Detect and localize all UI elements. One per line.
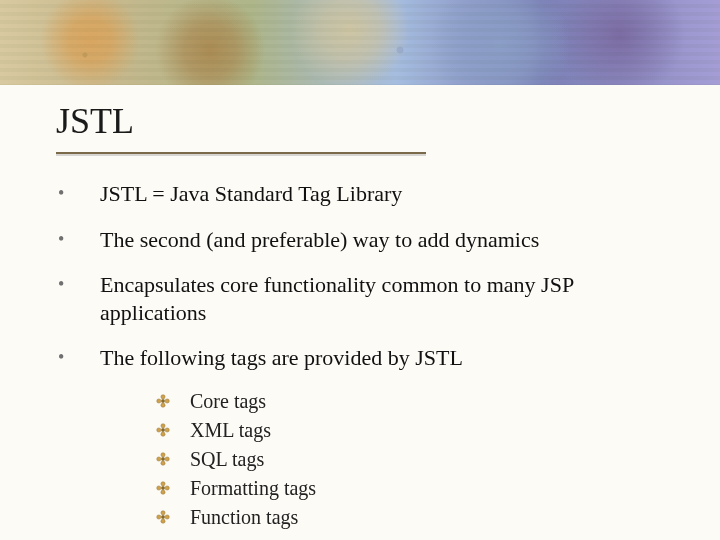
svg-point-5 (161, 424, 165, 428)
bullet-dot-icon: • (56, 344, 100, 370)
svg-point-24 (161, 515, 164, 518)
bullet-item: • The following tags are provided by JST… (56, 344, 680, 372)
sub-list: Core tags XML tags SQL tags Formatting t… (156, 390, 680, 529)
svg-point-8 (165, 428, 169, 432)
svg-point-18 (165, 486, 169, 490)
bullet-dot-icon: • (56, 226, 100, 252)
bullet-dot-icon: • (56, 180, 100, 206)
bullet-text: The following tags are provided by JSTL (100, 344, 680, 372)
sub-bullet-text: Core tags (190, 390, 266, 413)
svg-point-0 (161, 395, 165, 399)
flower-bullet-icon (156, 510, 190, 524)
svg-point-19 (161, 486, 164, 489)
svg-point-15 (161, 482, 165, 486)
svg-point-12 (157, 457, 161, 461)
svg-point-7 (157, 428, 161, 432)
bullet-dot-icon: • (56, 271, 100, 297)
svg-point-10 (161, 453, 165, 457)
sub-bullet-item: Core tags (156, 390, 680, 413)
slide-body: • JSTL = Java Standard Tag Library • The… (56, 180, 680, 535)
sub-bullet-text: Function tags (190, 506, 298, 529)
sub-bullet-item: SQL tags (156, 448, 680, 471)
flower-bullet-icon (156, 394, 190, 408)
svg-point-3 (165, 399, 169, 403)
flower-bullet-icon (156, 452, 190, 466)
flower-bullet-icon (156, 423, 190, 437)
sub-bullet-item: Function tags (156, 506, 680, 529)
svg-point-20 (161, 511, 165, 515)
svg-point-2 (157, 399, 161, 403)
sub-bullet-text: XML tags (190, 419, 271, 442)
bullet-item: • The second (and preferable) way to add… (56, 226, 680, 254)
sub-bullet-item: XML tags (156, 419, 680, 442)
flower-bullet-icon (156, 481, 190, 495)
bullet-text: The second (and preferable) way to add d… (100, 226, 680, 254)
svg-point-22 (157, 515, 161, 519)
svg-point-23 (165, 515, 169, 519)
svg-point-21 (161, 519, 165, 523)
svg-point-17 (157, 486, 161, 490)
svg-point-11 (161, 461, 165, 465)
bullet-item: • JSTL = Java Standard Tag Library (56, 180, 680, 208)
sub-bullet-item: Formatting tags (156, 477, 680, 500)
title-underline (56, 152, 426, 154)
svg-point-13 (165, 457, 169, 461)
slide-title: JSTL (56, 100, 134, 142)
svg-point-6 (161, 432, 165, 436)
bullet-text: JSTL = Java Standard Tag Library (100, 180, 680, 208)
decorative-banner (0, 0, 720, 85)
svg-point-1 (161, 403, 165, 407)
slide: JSTL • JSTL = Java Standard Tag Library … (0, 0, 720, 540)
sub-bullet-text: Formatting tags (190, 477, 316, 500)
sub-bullet-text: SQL tags (190, 448, 264, 471)
svg-point-4 (161, 399, 164, 402)
svg-point-14 (161, 457, 164, 460)
bullet-text: Encapsulates core functionality common t… (100, 271, 680, 326)
svg-point-9 (161, 428, 164, 431)
svg-point-16 (161, 490, 165, 494)
bullet-item: • Encapsulates core functionality common… (56, 271, 680, 326)
